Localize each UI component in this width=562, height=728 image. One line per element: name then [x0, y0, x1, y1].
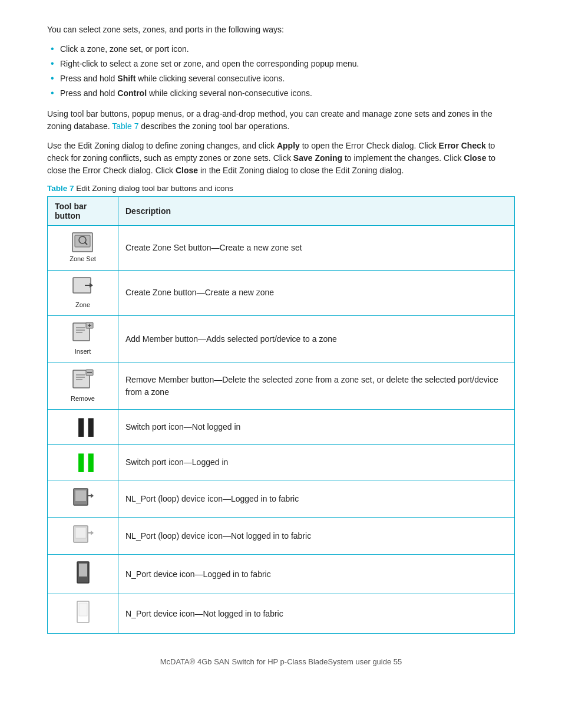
icon-cell-nl-not-logged: [48, 518, 118, 555]
desc-insert: Add Member button—Adds selected port/dev…: [118, 316, 515, 363]
desc-switch-logged: Switch port icon—Logged in: [118, 445, 515, 480]
remove-label: Remove: [55, 394, 111, 404]
table-row: Remove Remove Member button—Delete the s…: [48, 363, 515, 410]
zoning-table: Tool bar button Description Zone Set: [47, 196, 515, 634]
table-row: ▐▐ Switch port icon—Not logged in: [48, 410, 515, 445]
bullet-4: Press and hold Control while clicking se…: [47, 87, 515, 100]
icon-cell-nl-logged: [48, 480, 118, 518]
col-header-button: Tool bar button: [48, 197, 118, 226]
icon-cell-zoneset: Zone Set: [48, 226, 118, 271]
svg-rect-1: [75, 235, 90, 247]
svg-marker-7: [90, 283, 93, 288]
nl-port-logged-icon: [71, 486, 95, 508]
table-row: NL_Port (loop) device icon—Not logged in…: [48, 518, 515, 555]
table-caption-text: Edit Zoning dialog tool bar buttons and …: [74, 184, 233, 193]
desc-switch-not-logged: Switch port icon—Not logged in: [118, 410, 515, 445]
intro-paragraph: You can select zone sets, zones, and por…: [47, 24, 515, 36]
n-port-logged-icon: [74, 561, 92, 584]
insert-icon: Insert: [55, 322, 111, 357]
svg-rect-25: [75, 528, 86, 538]
insert-svg: [72, 322, 94, 342]
icon-cell-insert: Insert: [48, 316, 118, 363]
svg-rect-22: [75, 490, 86, 501]
desc-n-logged: N_Port device icon—Logged in to fabric: [118, 555, 515, 594]
icon-cell-zone: Zone: [48, 270, 118, 316]
table7-link[interactable]: Table 7: [112, 121, 138, 131]
bullet-3: Press and hold Shift while clicking seve…: [47, 73, 515, 85]
zone-set-icon: Zone Set: [70, 232, 96, 264]
page-footer: McDATA® 4Gb SAN Switch for HP p-Class Bl…: [47, 657, 515, 666]
table-header-row: Tool bar button Description: [48, 197, 515, 226]
desc-nl-not-logged: NL_Port (loop) device icon—Not logged in…: [118, 518, 515, 555]
svg-marker-26: [91, 531, 94, 535]
zone-label: Zone: [55, 300, 111, 310]
n-port-not-logged-icon: [74, 600, 92, 624]
table-label: Table 7: [47, 184, 74, 193]
para1: Using tool bar buttons, popup menus, or …: [47, 108, 515, 133]
table-row: NL_Port (loop) device icon—Logged in to …: [48, 480, 515, 518]
zone-icon: Zone: [55, 276, 111, 310]
zone-set-label: Zone Set: [70, 254, 96, 264]
switch-port-not-logged-icon: ▐▐: [73, 416, 92, 439]
remove-svg: [72, 369, 94, 389]
bullet-1: Click a zone, zone set, or port icon.: [47, 43, 515, 55]
svg-rect-28: [79, 564, 87, 577]
zone-set-svg: [71, 232, 94, 253]
desc-remove: Remove Member button—Delete the selected…: [118, 363, 515, 410]
table-row: Zone Set Create Zone Set button—Create a…: [48, 226, 515, 271]
para2: Use the Edit Zoning dialog to define zon…: [47, 140, 515, 177]
nl-port-not-logged-icon: [71, 523, 95, 545]
table-row: Insert Add Member button—Adds selected p…: [48, 316, 515, 363]
table-row: N_Port device icon—Logged in to fabric: [48, 555, 515, 594]
insert-label: Insert: [55, 347, 111, 357]
table-row: N_Port device icon—Not logged in to fabr…: [48, 594, 515, 634]
table-row: ▐▐ Switch port icon—Logged in: [48, 445, 515, 480]
remove-icon: Remove: [55, 369, 111, 404]
bullet-2: Right-click to select a zone set or zone…: [47, 58, 515, 70]
svg-rect-30: [79, 603, 87, 616]
footer-text: McDATA® 4Gb SAN Switch for HP p-Class Bl…: [160, 657, 402, 666]
desc-zone: Create Zone button—Create a new zone: [118, 270, 515, 316]
desc-zoneset: Create Zone Set button—Create a new zone…: [118, 226, 515, 271]
table-row: Zone Create Zone button—Create a new zon…: [48, 270, 515, 316]
col-header-description: Description: [118, 197, 515, 226]
desc-nl-logged: NL_Port (loop) device icon—Logged in to …: [118, 480, 515, 518]
svg-marker-23: [91, 493, 94, 498]
switch-port-logged-icon: ▐▐: [73, 451, 92, 474]
table-caption: Table 7 Edit Zoning dialog tool bar butt…: [47, 184, 515, 193]
icon-cell-n-logged: [48, 555, 118, 594]
zone-svg: [72, 276, 94, 295]
icon-cell-remove: Remove: [48, 363, 118, 410]
bullet-list: Click a zone, zone set, or port icon. Ri…: [47, 43, 515, 100]
icon-cell-switch-not-logged: ▐▐: [48, 410, 118, 445]
icon-cell-n-not-logged: [48, 594, 118, 634]
icon-cell-switch-logged: ▐▐: [48, 445, 118, 480]
desc-n-not-logged: N_Port device icon—Not logged in to fabr…: [118, 594, 515, 634]
